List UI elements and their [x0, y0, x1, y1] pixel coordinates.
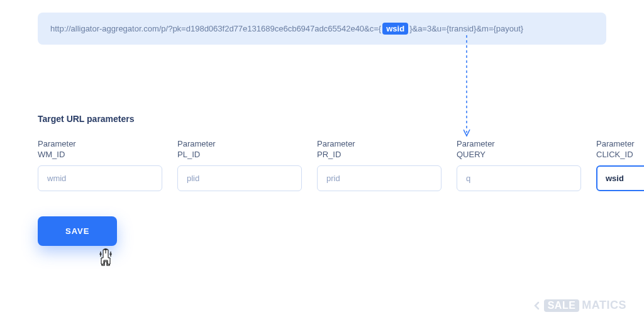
param-label: Parameter PL_ID: [177, 139, 302, 160]
url-pre: http://alligator-aggregator.com/p/?pk=d1…: [50, 24, 381, 33]
url-bar: http://alligator-aggregator.com/p/?pk=d1…: [38, 13, 606, 45]
param-input-wm-id[interactable]: [38, 165, 162, 191]
param-label: Parameter CLICK_ID: [596, 139, 644, 160]
logo-rest: MATICS: [582, 299, 626, 312]
url-post: }&a=3&u={transid}&m={payout}: [409, 24, 523, 33]
save-button[interactable]: SAVE: [38, 216, 117, 246]
param-label: Parameter PR_ID: [317, 139, 441, 160]
param-input-pr-id[interactable]: [317, 165, 441, 191]
param-click-id: Parameter CLICK_ID: [596, 139, 644, 191]
param-label: Parameter WM_ID: [38, 139, 162, 160]
cursor-icon: [98, 248, 116, 268]
param-pl-id: Parameter PL_ID: [177, 139, 302, 191]
param-input-pl-id[interactable]: [177, 165, 302, 191]
url-chip-wsid: wsid: [382, 23, 408, 35]
param-label: Parameter QUERY: [457, 139, 581, 160]
chevron-left-icon: [533, 301, 541, 310]
params-row: Parameter WM_ID Parameter PL_ID Paramete…: [38, 139, 606, 191]
param-input-click-id[interactable]: [596, 165, 644, 191]
param-wm-id: Parameter WM_ID: [38, 139, 162, 191]
param-input-query[interactable]: [457, 165, 581, 191]
connector-arrow-icon: [464, 35, 476, 142]
brand-logo: SALEMATICS: [533, 299, 626, 312]
param-pr-id: Parameter PR_ID: [317, 139, 441, 191]
logo-badge: SALE: [544, 299, 580, 312]
param-query: Parameter QUERY: [457, 139, 581, 191]
section-title: Target URL parameters: [38, 114, 606, 124]
